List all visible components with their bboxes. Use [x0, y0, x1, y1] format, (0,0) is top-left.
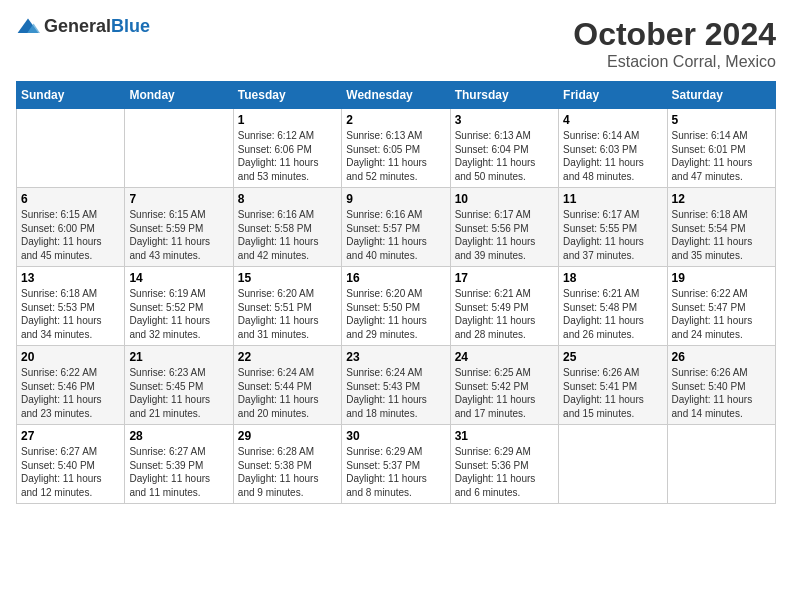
calendar-cell: 11Sunrise: 6:17 AM Sunset: 5:55 PM Dayli…: [559, 188, 667, 267]
day-number: 3: [455, 113, 554, 127]
calendar-week-row: 20Sunrise: 6:22 AM Sunset: 5:46 PM Dayli…: [17, 346, 776, 425]
calendar-cell: 16Sunrise: 6:20 AM Sunset: 5:50 PM Dayli…: [342, 267, 450, 346]
calendar-cell: 25Sunrise: 6:26 AM Sunset: 5:41 PM Dayli…: [559, 346, 667, 425]
logo-text-general: General: [44, 16, 111, 36]
calendar-cell: 27Sunrise: 6:27 AM Sunset: 5:40 PM Dayli…: [17, 425, 125, 504]
calendar-body: 1Sunrise: 6:12 AM Sunset: 6:06 PM Daylig…: [17, 109, 776, 504]
calendar-cell: 12Sunrise: 6:18 AM Sunset: 5:54 PM Dayli…: [667, 188, 775, 267]
calendar-cell: 4Sunrise: 6:14 AM Sunset: 6:03 PM Daylig…: [559, 109, 667, 188]
calendar-cell: 6Sunrise: 6:15 AM Sunset: 6:00 PM Daylig…: [17, 188, 125, 267]
calendar-cell: 15Sunrise: 6:20 AM Sunset: 5:51 PM Dayli…: [233, 267, 341, 346]
day-number: 4: [563, 113, 662, 127]
calendar-cell: 31Sunrise: 6:29 AM Sunset: 5:36 PM Dayli…: [450, 425, 558, 504]
calendar-table: SundayMondayTuesdayWednesdayThursdayFrid…: [16, 81, 776, 504]
day-number: 12: [672, 192, 771, 206]
day-number: 1: [238, 113, 337, 127]
day-info: Sunrise: 6:16 AM Sunset: 5:57 PM Dayligh…: [346, 208, 445, 262]
calendar-cell: 20Sunrise: 6:22 AM Sunset: 5:46 PM Dayli…: [17, 346, 125, 425]
day-number: 13: [21, 271, 120, 285]
calendar-day-header: Sunday: [17, 82, 125, 109]
calendar-cell: 28Sunrise: 6:27 AM Sunset: 5:39 PM Dayli…: [125, 425, 233, 504]
location-title: Estacion Corral, Mexico: [573, 53, 776, 71]
calendar-cell: [667, 425, 775, 504]
calendar-cell: [17, 109, 125, 188]
day-info: Sunrise: 6:29 AM Sunset: 5:37 PM Dayligh…: [346, 445, 445, 499]
month-title: October 2024: [573, 16, 776, 53]
logo-text-blue: Blue: [111, 16, 150, 36]
calendar-cell: 22Sunrise: 6:24 AM Sunset: 5:44 PM Dayli…: [233, 346, 341, 425]
day-info: Sunrise: 6:20 AM Sunset: 5:51 PM Dayligh…: [238, 287, 337, 341]
calendar-week-row: 1Sunrise: 6:12 AM Sunset: 6:06 PM Daylig…: [17, 109, 776, 188]
calendar-cell: 19Sunrise: 6:22 AM Sunset: 5:47 PM Dayli…: [667, 267, 775, 346]
calendar-day-header: Tuesday: [233, 82, 341, 109]
day-number: 22: [238, 350, 337, 364]
day-info: Sunrise: 6:18 AM Sunset: 5:54 PM Dayligh…: [672, 208, 771, 262]
day-number: 28: [129, 429, 228, 443]
calendar-cell: 13Sunrise: 6:18 AM Sunset: 5:53 PM Dayli…: [17, 267, 125, 346]
calendar-header-row: SundayMondayTuesdayWednesdayThursdayFrid…: [17, 82, 776, 109]
page-header: GeneralBlue October 2024 Estacion Corral…: [16, 16, 776, 71]
calendar-week-row: 13Sunrise: 6:18 AM Sunset: 5:53 PM Dayli…: [17, 267, 776, 346]
calendar-cell: 24Sunrise: 6:25 AM Sunset: 5:42 PM Dayli…: [450, 346, 558, 425]
day-info: Sunrise: 6:14 AM Sunset: 6:01 PM Dayligh…: [672, 129, 771, 183]
calendar-cell: 10Sunrise: 6:17 AM Sunset: 5:56 PM Dayli…: [450, 188, 558, 267]
day-number: 20: [21, 350, 120, 364]
day-number: 24: [455, 350, 554, 364]
day-number: 26: [672, 350, 771, 364]
day-number: 17: [455, 271, 554, 285]
day-number: 10: [455, 192, 554, 206]
day-info: Sunrise: 6:12 AM Sunset: 6:06 PM Dayligh…: [238, 129, 337, 183]
day-info: Sunrise: 6:20 AM Sunset: 5:50 PM Dayligh…: [346, 287, 445, 341]
calendar-cell: [559, 425, 667, 504]
day-info: Sunrise: 6:14 AM Sunset: 6:03 PM Dayligh…: [563, 129, 662, 183]
calendar-cell: 5Sunrise: 6:14 AM Sunset: 6:01 PM Daylig…: [667, 109, 775, 188]
calendar-day-header: Saturday: [667, 82, 775, 109]
day-info: Sunrise: 6:16 AM Sunset: 5:58 PM Dayligh…: [238, 208, 337, 262]
calendar-cell: 26Sunrise: 6:26 AM Sunset: 5:40 PM Dayli…: [667, 346, 775, 425]
day-info: Sunrise: 6:17 AM Sunset: 5:56 PM Dayligh…: [455, 208, 554, 262]
day-number: 31: [455, 429, 554, 443]
calendar-cell: 9Sunrise: 6:16 AM Sunset: 5:57 PM Daylig…: [342, 188, 450, 267]
day-info: Sunrise: 6:13 AM Sunset: 6:05 PM Dayligh…: [346, 129, 445, 183]
day-number: 29: [238, 429, 337, 443]
calendar-cell: 3Sunrise: 6:13 AM Sunset: 6:04 PM Daylig…: [450, 109, 558, 188]
day-info: Sunrise: 6:24 AM Sunset: 5:44 PM Dayligh…: [238, 366, 337, 420]
day-info: Sunrise: 6:21 AM Sunset: 5:49 PM Dayligh…: [455, 287, 554, 341]
calendar-cell: 2Sunrise: 6:13 AM Sunset: 6:05 PM Daylig…: [342, 109, 450, 188]
day-info: Sunrise: 6:15 AM Sunset: 6:00 PM Dayligh…: [21, 208, 120, 262]
day-number: 27: [21, 429, 120, 443]
day-number: 8: [238, 192, 337, 206]
day-info: Sunrise: 6:19 AM Sunset: 5:52 PM Dayligh…: [129, 287, 228, 341]
day-number: 16: [346, 271, 445, 285]
title-area: October 2024 Estacion Corral, Mexico: [573, 16, 776, 71]
calendar-cell: 1Sunrise: 6:12 AM Sunset: 6:06 PM Daylig…: [233, 109, 341, 188]
day-number: 19: [672, 271, 771, 285]
day-info: Sunrise: 6:27 AM Sunset: 5:39 PM Dayligh…: [129, 445, 228, 499]
day-info: Sunrise: 6:23 AM Sunset: 5:45 PM Dayligh…: [129, 366, 228, 420]
calendar-cell: 7Sunrise: 6:15 AM Sunset: 5:59 PM Daylig…: [125, 188, 233, 267]
calendar-cell: 17Sunrise: 6:21 AM Sunset: 5:49 PM Dayli…: [450, 267, 558, 346]
calendar-cell: 21Sunrise: 6:23 AM Sunset: 5:45 PM Dayli…: [125, 346, 233, 425]
day-info: Sunrise: 6:24 AM Sunset: 5:43 PM Dayligh…: [346, 366, 445, 420]
day-number: 5: [672, 113, 771, 127]
day-info: Sunrise: 6:26 AM Sunset: 5:41 PM Dayligh…: [563, 366, 662, 420]
calendar-cell: 29Sunrise: 6:28 AM Sunset: 5:38 PM Dayli…: [233, 425, 341, 504]
day-number: 21: [129, 350, 228, 364]
calendar-cell: [125, 109, 233, 188]
day-info: Sunrise: 6:22 AM Sunset: 5:47 PM Dayligh…: [672, 287, 771, 341]
day-number: 30: [346, 429, 445, 443]
calendar-day-header: Thursday: [450, 82, 558, 109]
day-number: 9: [346, 192, 445, 206]
calendar-cell: 14Sunrise: 6:19 AM Sunset: 5:52 PM Dayli…: [125, 267, 233, 346]
day-info: Sunrise: 6:28 AM Sunset: 5:38 PM Dayligh…: [238, 445, 337, 499]
day-info: Sunrise: 6:13 AM Sunset: 6:04 PM Dayligh…: [455, 129, 554, 183]
calendar-week-row: 27Sunrise: 6:27 AM Sunset: 5:40 PM Dayli…: [17, 425, 776, 504]
day-number: 2: [346, 113, 445, 127]
day-info: Sunrise: 6:27 AM Sunset: 5:40 PM Dayligh…: [21, 445, 120, 499]
day-number: 6: [21, 192, 120, 206]
day-number: 11: [563, 192, 662, 206]
day-info: Sunrise: 6:15 AM Sunset: 5:59 PM Dayligh…: [129, 208, 228, 262]
day-number: 14: [129, 271, 228, 285]
day-info: Sunrise: 6:26 AM Sunset: 5:40 PM Dayligh…: [672, 366, 771, 420]
calendar-cell: 18Sunrise: 6:21 AM Sunset: 5:48 PM Dayli…: [559, 267, 667, 346]
